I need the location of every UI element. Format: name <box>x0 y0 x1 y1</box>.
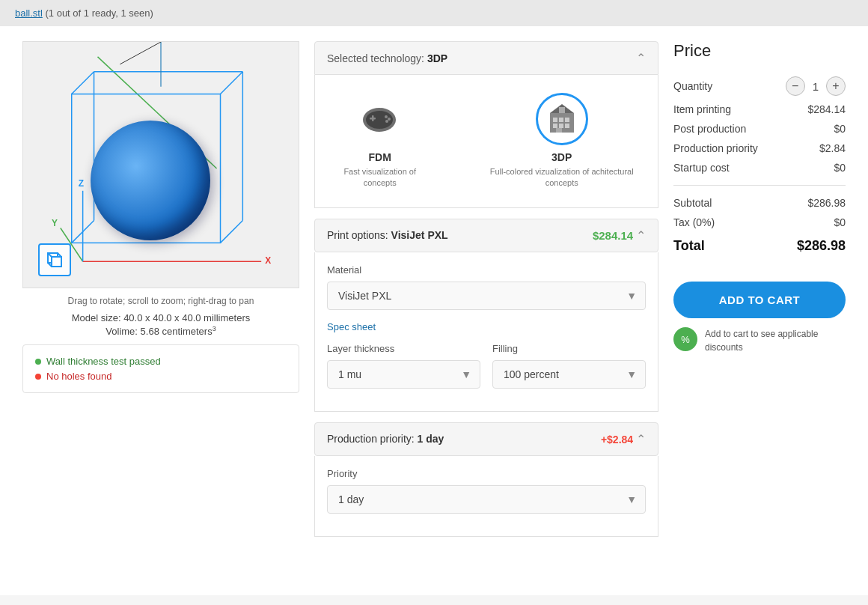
material-label: Material <box>327 264 646 276</box>
3dp-icon-wrap <box>536 93 588 145</box>
model-volume: Volime: 5.68 centimeters3 <box>22 325 299 337</box>
priority-price: +$2.84 <box>601 434 633 446</box>
material-select[interactable]: VisiJet PXL VisiJet M3 Crystal <box>327 282 646 310</box>
priority-label: Production priority: 1 day <box>327 433 444 445</box>
tax-row: Tax (0%) $0 <box>673 213 846 232</box>
production-priority-row: Production priority $2.84 <box>673 139 846 158</box>
svg-rect-30 <box>553 118 557 122</box>
price-panel: Price Quantity − 1 + Item printing $284.… <box>673 41 846 580</box>
material-select-wrapper: VisiJet PXL VisiJet M3 Crystal ▼ <box>327 282 646 310</box>
svg-text:Z: Z <box>79 178 84 189</box>
startup-cost-value: $0 <box>834 162 846 174</box>
print-options-label: Print options: VisiJet PXL <box>327 229 448 241</box>
tax-value: $0 <box>834 216 846 228</box>
discount-text: Add to cart to see applicable discounts <box>705 327 846 354</box>
spec-sheet-link[interactable]: Spec sheet <box>327 321 376 332</box>
post-production-label: Post production <box>673 123 746 135</box>
layer-filling-grid: Layer thickness 1 mu 2 mu ▼ Filling 100 … <box>327 343 646 399</box>
model-viewer[interactable]: X Y Z <box>22 41 299 288</box>
svg-rect-38 <box>559 107 565 113</box>
layer-thickness-label: Layer thickness <box>327 343 480 354</box>
layer-thickness-select[interactable]: 1 mu 2 mu <box>327 360 480 389</box>
svg-rect-34 <box>559 124 563 128</box>
check-wall-text: Wall thickness test passed <box>46 356 161 367</box>
price-title: Price <box>673 41 846 61</box>
svg-point-26 <box>385 115 388 118</box>
svg-text:X: X <box>265 255 271 266</box>
production-priority-label: Production priority <box>673 142 758 154</box>
filling-select-wrapper: 100 percent 50 percent ▼ <box>492 360 646 389</box>
top-bar: ball.stl (1 out of 1 ready, 1 seen) <box>0 0 868 26</box>
fdm-description: Fast visualization of concepts <box>333 166 427 189</box>
left-panel: X Y Z Drag to rotate; scroll to zoom; ri… <box>22 41 299 580</box>
qty-value: 1 <box>813 80 819 93</box>
technology-header-text: Selected technology: 3DP <box>327 52 447 64</box>
priority-field-label: Priority <box>327 468 646 479</box>
file-status: (1 out of 1 ready, 1 seen) <box>45 7 153 19</box>
check-no-holes: No holes found <box>35 371 287 382</box>
layer-thickness-field: Layer thickness 1 mu 2 mu ▼ <box>327 343 480 399</box>
add-to-cart-button[interactable]: ADD TO CART <box>673 282 846 318</box>
qty-decrease-button[interactable]: − <box>786 76 805 96</box>
technology-grid: FDM Fast visualization of concepts <box>314 75 658 208</box>
print-options-body: Material VisiJet PXL VisiJet M3 Crystal … <box>314 252 658 412</box>
svg-rect-35 <box>565 124 569 128</box>
svg-rect-32 <box>565 118 569 122</box>
model-info: Drag to rotate; scroll to zoom; right-dr… <box>22 296 299 337</box>
priority-chevron: ⌃ <box>636 433 646 446</box>
model-size: Model size: 40.0 x 40.0 x 40.0 millimete… <box>22 312 299 323</box>
print-options-header[interactable]: Print options: VisiJet PXL $284.14 ⌃ <box>314 219 658 252</box>
check-dot-red <box>35 374 41 380</box>
post-production-row: Post production $0 <box>673 119 846 139</box>
svg-rect-18 <box>52 257 61 267</box>
price-divider <box>673 185 846 186</box>
svg-text:Y: Y <box>52 218 58 228</box>
middle-panel: Selected technology: 3DP ⌃ <box>314 41 658 580</box>
print-options-chevron: ⌃ <box>636 229 646 242</box>
quantity-control: − 1 + <box>786 76 846 96</box>
fdm-name: FDM <box>369 151 391 163</box>
qty-increase-button[interactable]: + <box>826 76 846 96</box>
fdm-icon-wrap <box>354 93 406 145</box>
filename-link[interactable]: ball.stl <box>15 7 43 19</box>
print-options-price: $284.14 <box>593 229 633 242</box>
priority-select-wrapper: 1 day 3 days 5 days ▼ <box>327 485 646 514</box>
checks-panel: Wall thickness test passed No holes foun… <box>22 344 299 393</box>
production-priority-header[interactable]: Production priority: 1 day +$2.84 ⌃ <box>314 422 658 456</box>
startup-cost-label: Startup cost <box>673 162 730 174</box>
viewer-hint: Drag to rotate; scroll to zoom; right-dr… <box>22 296 299 306</box>
svg-point-27 <box>388 118 391 121</box>
svg-line-2 <box>72 72 94 94</box>
svg-line-10 <box>120 42 161 64</box>
post-production-value: $0 <box>834 123 846 135</box>
quantity-label: Quantity <box>673 80 712 92</box>
svg-rect-33 <box>553 124 557 128</box>
item-printing-row: Item printing $284.14 <box>673 100 846 119</box>
3dp-name: 3DP <box>551 151 572 163</box>
startup-cost-row: Startup cost $0 <box>673 158 846 177</box>
layer-select-wrapper: 1 mu 2 mu ▼ <box>327 360 480 389</box>
total-value: $286.98 <box>797 238 846 254</box>
discount-notice: % Add to cart to see applicable discount… <box>673 327 846 354</box>
cube-view-icon[interactable] <box>38 243 71 276</box>
tech-3dp[interactable]: 3DP Full-colored vizualization of achite… <box>477 87 646 195</box>
production-priority-body: Priority 1 day 3 days 5 days ▼ <box>314 456 658 537</box>
svg-line-5 <box>221 221 243 243</box>
priority-select[interactable]: 1 day 3 days 5 days <box>327 485 646 514</box>
total-row: Total $286.98 <box>673 232 846 258</box>
subtotal-row: Subtotal $286.98 <box>673 193 846 213</box>
subtotal-label: Subtotal <box>673 197 712 209</box>
check-holes-text: No holes found <box>46 371 111 382</box>
total-label: Total <box>673 238 705 254</box>
technology-header[interactable]: Selected technology: 3DP ⌃ <box>314 41 658 75</box>
svg-rect-31 <box>559 118 563 122</box>
filling-select[interactable]: 100 percent 50 percent <box>492 360 646 389</box>
item-printing-value: $284.14 <box>807 103 846 115</box>
production-priority-value: $2.84 <box>819 142 846 154</box>
technology-chevron: ⌃ <box>636 51 646 65</box>
main-container: X Y Z Drag to rotate; scroll to zoom; ri… <box>0 26 868 595</box>
price-rows: Quantity − 1 + Item printing $284.14 Pos… <box>673 73 846 258</box>
subtotal-value: $286.98 <box>807 197 846 209</box>
tech-fdm[interactable]: FDM Fast visualization of concepts <box>327 87 433 195</box>
3dp-description: Full-colored vizualization of achitectur… <box>483 166 640 189</box>
